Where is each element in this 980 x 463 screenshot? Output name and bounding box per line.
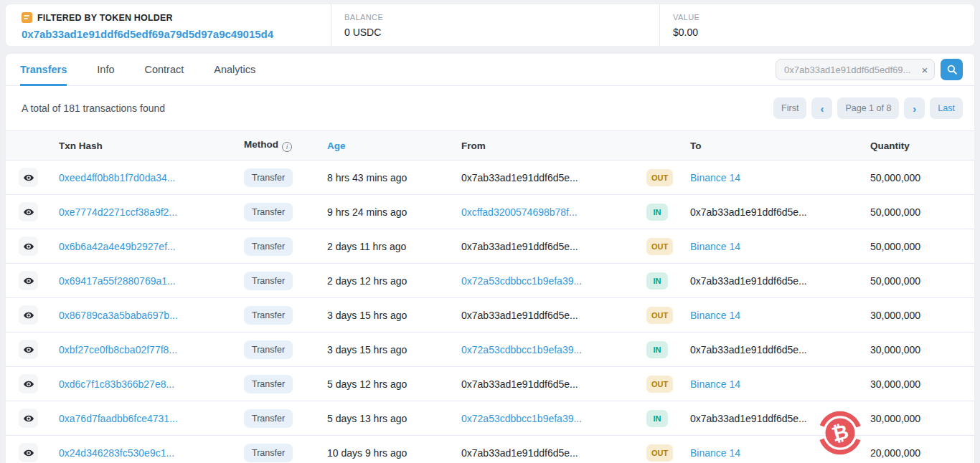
table-row: 0x24d346283fc530e9c1...Transfer10 days 9… xyxy=(6,436,974,463)
first-page-button[interactable]: First xyxy=(773,97,806,119)
to-address: 0x7ab33ad1e91ddf6d5e... xyxy=(690,206,807,218)
eye-icon xyxy=(23,206,34,218)
eye-icon xyxy=(23,172,34,183)
to-address[interactable]: Binance 14 xyxy=(690,241,740,252)
direction-badge: OUT xyxy=(646,307,673,324)
to-address: 0x7ab33ad1e91ddf6d5e... xyxy=(690,275,807,287)
quantity-cell: 20,000,000 xyxy=(870,447,974,459)
balance-value: 0 USDC xyxy=(344,27,659,38)
table-row: 0xa76d7faadbb6fce4731...Transfer5 days 1… xyxy=(6,401,974,436)
txn-hash-link[interactable]: 0x69417a55f2880769a1... xyxy=(59,275,176,287)
header-from: From xyxy=(461,140,646,151)
clear-search-button[interactable]: × xyxy=(915,59,934,80)
summary-bar: A total of 181 transactions found First … xyxy=(6,86,974,130)
quantity-cell: 50,000,000 xyxy=(870,172,974,183)
view-details-button[interactable] xyxy=(19,409,38,428)
quantity-cell: 30,000,000 xyxy=(870,413,974,424)
token-holder-filter-bar: FILTERED BY TOKEN HOLDER 0x7ab33ad1e91dd… xyxy=(6,4,974,46)
tab-bar: Transfers Info Contract Analytics × xyxy=(6,54,974,86)
from-address[interactable]: 0xcffad3200574698b78f... xyxy=(461,206,578,218)
txn-hash-link[interactable]: 0xeed4ff0b8b1f7d0da34... xyxy=(59,172,175,183)
view-details-button[interactable] xyxy=(19,305,38,325)
table-header: Txn Hash Methodi Age From To Quantity xyxy=(6,130,974,161)
filter-label: FILTERED BY TOKEN HOLDER xyxy=(37,13,173,23)
from-address: 0x7ab33ad1e91ddf6d5e... xyxy=(461,310,578,321)
search-button[interactable] xyxy=(941,59,963,80)
txn-hash-link[interactable]: 0xe7774d2271ccf38a9f2... xyxy=(59,206,177,218)
txn-hash-link[interactable]: 0xd6c7f1c83b366b27e8... xyxy=(59,378,174,390)
tab-transfers[interactable]: Transfers xyxy=(20,54,82,85)
view-details-button[interactable] xyxy=(19,237,38,256)
table-row: 0x6b6a42a4e49b2927ef...Transfer2 days 11… xyxy=(6,229,974,264)
quantity-cell: 50,000,000 xyxy=(870,241,974,252)
method-badge: Transfer xyxy=(244,375,293,393)
age-cell: 3 days 15 hrs ago xyxy=(327,344,461,355)
txn-hash-link[interactable]: 0xa76d7faadbb6fce4731... xyxy=(59,413,178,424)
from-address: 0x7ab33ad1e91ddf6d5e... xyxy=(461,241,578,252)
direction-badge: IN xyxy=(646,410,668,427)
to-address: 0x7ab33ad1e91ddf6d5e... xyxy=(690,413,807,424)
direction-badge: OUT xyxy=(646,238,673,255)
to-address[interactable]: Binance 14 xyxy=(690,378,740,390)
method-badge: Transfer xyxy=(244,272,293,290)
value-amount: $0.00 xyxy=(673,27,974,38)
header-to: To xyxy=(690,140,870,151)
value-section: VALUE $0.00 xyxy=(660,4,974,46)
from-address: 0x7ab33ad1e91ddf6d5e... xyxy=(461,447,578,459)
age-cell: 2 days 11 hrs ago xyxy=(327,241,461,252)
method-badge: Transfer xyxy=(244,168,293,187)
from-address[interactable]: 0x72a53cdbbcc1b9efa39... xyxy=(461,275,582,287)
eye-icon xyxy=(23,241,34,252)
page-status: Page 1 of 8 xyxy=(837,97,899,119)
from-address[interactable]: 0x72a53cdbbcc1b9efa39... xyxy=(461,413,582,424)
balance-label: BALANCE xyxy=(344,13,659,22)
txn-hash-link[interactable]: 0xbf27ce0fb8cba02f77f8... xyxy=(59,344,177,355)
quantity-cell: 50,000,000 xyxy=(870,275,974,287)
search-input[interactable] xyxy=(776,59,915,80)
txn-hash-link[interactable]: 0x24d346283fc530e9c1... xyxy=(59,447,174,459)
view-details-button[interactable] xyxy=(19,168,38,187)
method-info-icon[interactable]: i xyxy=(282,142,292,152)
table-row: 0x69417a55f2880769a1...Transfer2 days 12… xyxy=(6,264,974,298)
direction-badge: OUT xyxy=(646,169,673,186)
eye-icon xyxy=(23,344,34,355)
age-cell: 10 days 9 hrs ago xyxy=(327,447,461,459)
eye-icon xyxy=(23,378,34,390)
tab-analytics[interactable]: Analytics xyxy=(199,54,270,85)
to-address[interactable]: Binance 14 xyxy=(690,447,740,459)
txn-hash-link[interactable]: 0x86789ca3a5baba697b... xyxy=(59,310,178,321)
transactions-count-text: A total of 181 transactions found xyxy=(22,102,165,114)
eye-icon xyxy=(23,447,34,459)
age-cell: 2 days 12 hrs ago xyxy=(327,275,461,287)
value-label: VALUE xyxy=(673,13,974,22)
method-badge: Transfer xyxy=(244,340,293,359)
tab-contract[interactable]: Contract xyxy=(129,54,199,85)
view-details-button[interactable] xyxy=(19,202,38,221)
table-row: 0x86789ca3a5baba697b...Transfer3 days 15… xyxy=(6,298,974,333)
header-method: Methodi xyxy=(244,139,327,152)
view-details-button[interactable] xyxy=(19,340,38,359)
view-details-button[interactable] xyxy=(19,271,38,290)
to-address[interactable]: Binance 14 xyxy=(690,310,740,321)
age-cell: 8 hrs 43 mins ago xyxy=(327,172,461,183)
view-details-button[interactable] xyxy=(19,374,38,393)
header-txn-hash: Txn Hash xyxy=(59,140,244,151)
pagination: First ‹ Page 1 of 8 › Last xyxy=(773,97,963,119)
txn-hash-link[interactable]: 0x6b6a42a4e49b2927ef... xyxy=(59,241,176,252)
from-address[interactable]: 0x72a53cdbbcc1b9efa39... xyxy=(461,344,582,355)
tab-info[interactable]: Info xyxy=(82,54,129,85)
token-holder-address-link[interactable]: 0x7ab33ad1e91ddf6d5edf69a79d5d97a9c49015… xyxy=(22,28,273,40)
header-age-sort-link[interactable]: Age xyxy=(327,140,461,151)
to-address[interactable]: Binance 14 xyxy=(690,172,740,183)
age-cell: 5 days 13 hrs ago xyxy=(327,413,461,424)
last-page-button[interactable]: Last xyxy=(930,97,963,119)
direction-badge: IN xyxy=(646,341,668,358)
method-badge: Transfer xyxy=(244,409,293,428)
next-page-button[interactable]: › xyxy=(904,97,925,119)
view-details-button[interactable] xyxy=(19,443,38,462)
eye-icon xyxy=(23,310,34,321)
search-field: × xyxy=(776,59,935,80)
from-address: 0x7ab33ad1e91ddf6d5e... xyxy=(461,172,578,183)
prev-page-button[interactable]: ‹ xyxy=(811,97,832,119)
table-row: 0xd6c7f1c83b366b27e8...Transfer5 days 12… xyxy=(6,367,974,401)
